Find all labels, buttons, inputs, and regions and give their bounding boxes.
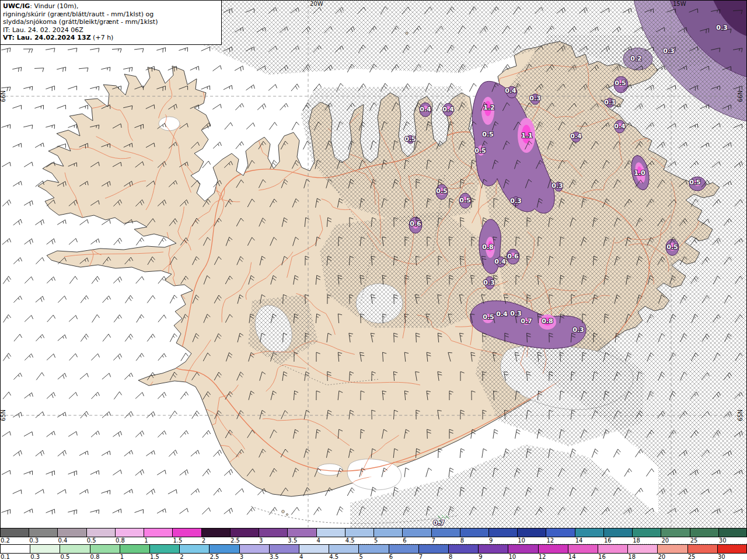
legend-swatch <box>488 528 517 537</box>
legend-value: 14 <box>568 554 598 560</box>
precip-value-label: 0.3 <box>483 279 495 286</box>
legend-swatch <box>690 528 718 537</box>
legend-swatch <box>144 528 172 537</box>
precip-value-label: 0.7 <box>433 519 445 527</box>
legend-value: 0.5 <box>60 554 89 560</box>
legend-value: 2.5 <box>230 537 259 544</box>
legend-swatch <box>603 528 632 537</box>
legend-cell: 20 <box>661 528 689 544</box>
legend-value: 25 <box>687 554 717 560</box>
legend-rain-scale: 0.10.30.50.811.522.533.544.5567891012141… <box>0 544 747 560</box>
legend-swatch <box>209 544 239 554</box>
precip-value-label: 0.4 <box>570 132 582 140</box>
glacier-drangajokull <box>159 117 180 131</box>
legend-swatch <box>29 528 57 537</box>
legend-swatch <box>717 544 747 554</box>
parallel-label-right: 65N <box>737 410 743 421</box>
legend-swatch <box>57 528 86 537</box>
island-dot <box>286 513 288 515</box>
legend-cell: 16 <box>603 528 632 544</box>
legend-cell: 8 <box>460 528 488 544</box>
legend-cell: 20 <box>657 544 687 560</box>
precip-value-label: 0.4 <box>420 106 431 113</box>
precip-value-label: 0.5 <box>474 147 486 155</box>
legend-value: 1 <box>120 554 149 560</box>
legend-cell: 2.5 <box>230 528 259 544</box>
legend-value: 25 <box>690 537 718 544</box>
legend-cell: 1 <box>120 544 149 560</box>
legend-swatch <box>120 544 149 554</box>
legend-cell: 3.5 <box>287 528 316 544</box>
legend-swatch <box>418 544 448 554</box>
legend-swatch <box>149 544 179 554</box>
legend-cell: 7 <box>418 544 448 560</box>
legend-swatch <box>0 528 29 537</box>
precip-value-label: 0.3 <box>573 326 584 334</box>
legend-value: 2 <box>179 554 209 560</box>
legend-cell: 9 <box>488 528 517 544</box>
precip-value-label: 0.5 <box>482 131 494 138</box>
precip-value-label: 0.3 <box>663 47 675 55</box>
legend-cell: 0.5 <box>60 544 89 560</box>
legend-cell: 0.2 <box>0 528 29 544</box>
legend-value: 1.5 <box>172 537 201 544</box>
model-variable: : Vindur (10m), <box>30 2 78 10</box>
legend-swatch <box>575 528 603 537</box>
legend-cell: 5 <box>374 528 402 544</box>
legend-swatch <box>358 544 388 554</box>
legend-swatch <box>508 544 537 554</box>
legend-cell: 30 <box>717 544 747 560</box>
precip-value-label: 0.5 <box>483 313 494 321</box>
legend-cell: 7 <box>431 528 460 544</box>
precip-value-label: 0.5 <box>436 187 448 195</box>
legend-value: 3.5 <box>287 537 316 544</box>
precip-value-label: 0.3 <box>716 24 728 32</box>
legend-value: 6 <box>389 554 418 560</box>
precip-value-label: 1.1 <box>521 132 533 139</box>
legend-cell: 4.5 <box>345 528 374 544</box>
parallel-label-right: 66N <box>737 90 743 102</box>
parallel-label-left: 66N <box>0 90 6 102</box>
legend-swatch <box>329 544 358 554</box>
legend-value: 6 <box>402 537 431 544</box>
legend-cell: 30 <box>718 528 747 544</box>
legend-swatch <box>86 528 115 537</box>
precip-value-label: 0.3 <box>510 310 522 317</box>
legend-cell: 14 <box>575 528 603 544</box>
legend-cell: 4 <box>316 528 345 544</box>
legend-cell: 9 <box>478 544 508 560</box>
legend-cell: 1.5 <box>149 544 179 560</box>
legend-value: 4.5 <box>329 554 358 560</box>
legend-value: 12 <box>546 537 574 544</box>
legend-cell: 6 <box>402 528 431 544</box>
legend-swatch <box>239 544 269 554</box>
legend-swatch <box>661 528 689 537</box>
legend-value: 20 <box>657 554 687 560</box>
legend-swatch <box>627 544 657 554</box>
meridian-label: 20W <box>310 1 323 7</box>
legend-swatch <box>115 528 144 537</box>
precip-value-label: 1.2 <box>483 104 495 111</box>
legend-cell: 0.1 <box>0 544 30 560</box>
precip-value-label: 0.8 <box>542 317 553 325</box>
legend-value: 3.5 <box>269 554 299 560</box>
legend-value: 20 <box>661 537 689 544</box>
legend-value: 0.3 <box>30 554 60 560</box>
precip-value-label: 1.0 <box>634 169 645 177</box>
legend-value: 1.5 <box>149 554 179 560</box>
legend-value: 4.5 <box>345 537 374 544</box>
legend-value: 0.2 <box>0 537 29 544</box>
legend-cell: 16 <box>598 544 627 560</box>
legend-cell: 2 <box>201 528 230 544</box>
legend-cell: 18 <box>627 544 657 560</box>
legend-swatch <box>431 528 460 537</box>
precip-value-label: 0.3 <box>529 94 541 102</box>
legend-cell: 0.8 <box>90 544 120 560</box>
legend-value: 16 <box>603 537 632 544</box>
legend-cell: 10 <box>508 544 537 560</box>
legend-cell: 0.3 <box>29 528 57 544</box>
legend-cell: 25 <box>690 528 718 544</box>
precip-value-label: 0.4 <box>496 310 508 318</box>
legend-value: 9 <box>488 537 517 544</box>
precip-value-label: 0.7 <box>521 317 532 325</box>
